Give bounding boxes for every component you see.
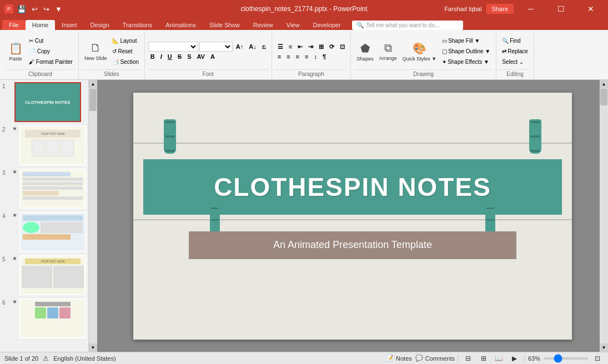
columns-button[interactable]: ⊞: [316, 42, 326, 52]
title-bar-right: Farshad Iqbal Share ─ ☐ ✕: [444, 0, 604, 18]
comments-label: Comments: [425, 355, 455, 362]
numbering-button[interactable]: ≡: [287, 42, 294, 51]
tab-slideshow[interactable]: Slide Show: [203, 20, 247, 30]
arrange-button[interactable]: ⧉ Arrange: [377, 36, 399, 67]
format-painter-button[interactable]: 🖌 Format Painter: [27, 57, 75, 67]
maximize-button[interactable]: ☐: [548, 0, 574, 18]
slide-sorter-button[interactable]: ⊞: [478, 353, 490, 363]
smartart-button[interactable]: ⊡: [338, 42, 347, 52]
justify-button[interactable]: ≡: [303, 52, 310, 61]
line-spacing-button[interactable]: ↕: [311, 52, 319, 61]
comments-button[interactable]: 💬 Comments: [415, 355, 455, 362]
canvas-scroll-down[interactable]: ▼: [600, 343, 608, 352]
bold-button[interactable]: B: [148, 52, 157, 61]
paragraph-options-button[interactable]: ¶: [320, 52, 328, 61]
share-button[interactable]: Share: [486, 4, 514, 14]
align-center-button[interactable]: ≡: [284, 52, 292, 61]
slides-column: 📐 Layout ↺ Reset 📑 Section: [110, 36, 140, 67]
reset-button[interactable]: ↺ Reset: [110, 47, 140, 57]
clothespin-clip-left: [165, 121, 175, 123]
font-family-select[interactable]: [148, 42, 198, 52]
slideshow-view-button[interactable]: ▶: [509, 353, 521, 363]
slide-thumbnail-3[interactable]: 3 ★: [2, 169, 86, 209]
normal-view-button[interactable]: ⊟: [462, 353, 474, 363]
save-button[interactable]: 💾: [16, 4, 28, 14]
pin-bottom-right-1: [486, 208, 494, 209]
tab-developer[interactable]: Developer: [306, 20, 347, 30]
redo-button[interactable]: ↪: [42, 4, 51, 14]
slide-image-6: [19, 299, 86, 338]
tab-design[interactable]: Design: [84, 20, 116, 30]
canvas-scroll-thumb[interactable]: [600, 89, 607, 105]
canvas-scroll-up[interactable]: ▲: [600, 80, 608, 88]
copy-button[interactable]: 📄 Copy: [27, 47, 75, 57]
tab-animations[interactable]: Animations: [159, 20, 202, 30]
tab-insert[interactable]: Insert: [55, 20, 84, 30]
pin-bottom-right-2: [486, 219, 494, 221]
fit-slide-button[interactable]: ⊡: [591, 353, 604, 363]
paste-button[interactable]: 📋 Paste: [6, 36, 26, 67]
notes-button[interactable]: 📝 Notes: [386, 355, 412, 362]
tab-view[interactable]: View: [280, 20, 306, 30]
slide-thumbnail-2[interactable]: 2 ★ YOUR TEXT HERE: [2, 125, 86, 165]
close-button[interactable]: ✕: [578, 0, 604, 18]
bullets-button[interactable]: ☰: [275, 42, 285, 52]
editing-column: 🔍 Find ⇄ Replace Select ⌄: [500, 36, 530, 67]
scroll-thumb[interactable]: [89, 89, 97, 111]
char-spacing-button[interactable]: AV: [194, 52, 207, 61]
undo-button[interactable]: ↩: [30, 4, 39, 14]
align-right-button[interactable]: ≡: [294, 52, 302, 61]
slide-thumbnail-4[interactable]: 4 ★: [2, 212, 86, 252]
scroll-down-arrow[interactable]: ▼: [89, 343, 97, 352]
font-size-select[interactable]: [199, 42, 233, 52]
slide-thumbnail-6[interactable]: 6 ★: [2, 299, 86, 338]
scroll-up-arrow[interactable]: ▲: [89, 80, 97, 88]
zoom-slider[interactable]: [544, 357, 588, 360]
font-grow-button[interactable]: A↑: [234, 42, 245, 51]
pin-bottom-left-1: [211, 208, 219, 209]
paragraph-controls: ☰ ≡ ⇤ ⇥ ⊞ ⟳ ⊡ ≡ ≡ ≡ ≡ ↕ ¶: [275, 42, 347, 61]
notes-label: Notes: [396, 355, 412, 362]
font-shrink-button[interactable]: A↓: [247, 42, 258, 51]
italic-button[interactable]: I: [158, 52, 164, 61]
slide-thumbnail-5[interactable]: 5 ★ YOUR TEXT HERE: [2, 255, 86, 295]
increase-indent-button[interactable]: ⇥: [306, 42, 315, 52]
editing-label: Editing: [500, 69, 530, 78]
minimize-button[interactable]: ─: [518, 0, 544, 18]
canvas-scrollbar[interactable]: ▲ ▼: [600, 80, 608, 352]
reading-view-button[interactable]: 📖: [493, 353, 505, 363]
quick-styles-button[interactable]: 🎨 Quick Styles ▼: [400, 36, 439, 67]
cut-button[interactable]: ✂ Cut: [27, 36, 75, 46]
shape-fill-button[interactable]: ▭ Shape Fill ▼: [440, 36, 493, 46]
tab-file[interactable]: File: [2, 20, 26, 30]
status-separator-2: [524, 355, 525, 362]
shape-outline-button[interactable]: ▢ Shape Outline ▼: [440, 47, 493, 57]
text-direction-button[interactable]: ⟳: [327, 42, 336, 52]
section-button[interactable]: 📑 Section: [110, 57, 140, 67]
new-slide-button[interactable]: 🗋 New Slide: [82, 36, 109, 67]
decrease-indent-button[interactable]: ⇤: [295, 42, 305, 52]
align-left-button[interactable]: ≡: [275, 52, 283, 61]
shapes-icon: ⬟: [360, 42, 370, 55]
status-right: 📝 Notes 💬 Comments ⊟ ⊞ 📖 ▶ 63% ⊡: [386, 353, 604, 363]
clear-format-button[interactable]: ⎌: [260, 42, 268, 51]
select-button[interactable]: Select ⌄: [500, 57, 530, 67]
shapes-button[interactable]: ⬟ Shapes: [354, 36, 376, 67]
underline-button[interactable]: U: [165, 52, 174, 61]
layout-button[interactable]: 📐 Layout: [110, 36, 140, 46]
tab-home[interactable]: Home: [26, 20, 55, 30]
tab-review[interactable]: Review: [247, 20, 280, 30]
tab-transitions[interactable]: Transitions: [116, 20, 159, 30]
customize-qa-button[interactable]: ▼: [53, 4, 64, 14]
slides-group: 🗋 New Slide 📐 Layout ↺ Reset 📑 Section S…: [79, 32, 145, 79]
replace-button[interactable]: ⇄ Replace: [500, 47, 530, 57]
shape-effects-button[interactable]: ✦ Shape Effects ▼: [440, 57, 493, 67]
strikethrough-button[interactable]: S: [175, 52, 184, 61]
paragraph-content: ☰ ≡ ⇤ ⇥ ⊞ ⟳ ⊡ ≡ ≡ ≡ ≡ ↕ ¶: [275, 33, 347, 69]
find-button[interactable]: 🔍 Find: [500, 36, 530, 46]
font-color-button[interactable]: A: [208, 52, 217, 61]
tell-me-input[interactable]: Tell me what you want to do...: [366, 22, 440, 28]
slides-scrollbar[interactable]: ▲ ▼: [89, 80, 97, 352]
slide-thumbnail-1[interactable]: 1 CLOTHESPIN NOTES: [2, 82, 86, 122]
shadow-button[interactable]: S: [185, 52, 193, 61]
